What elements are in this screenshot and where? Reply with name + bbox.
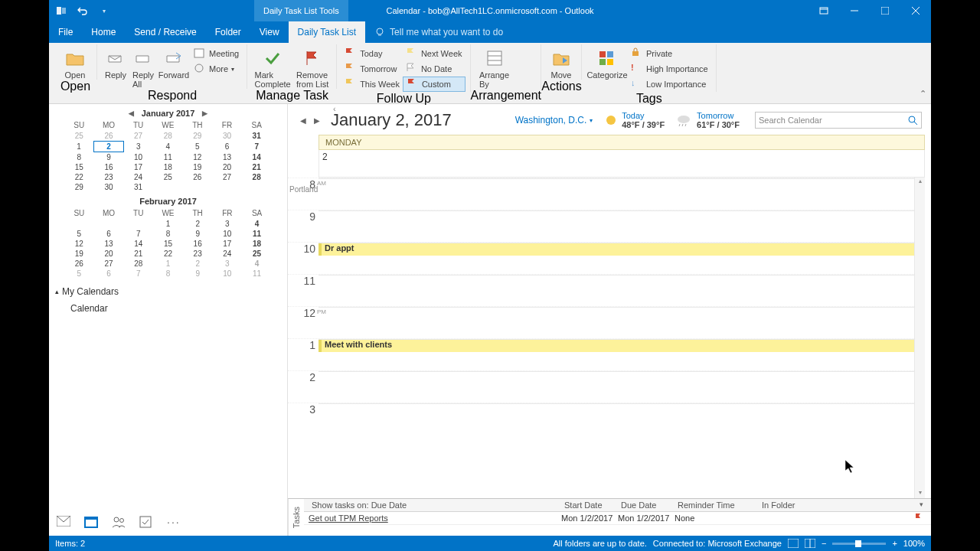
- reply-button[interactable]: Reply: [102, 44, 129, 89]
- forward-icon: [163, 47, 185, 69]
- tab-view[interactable]: View: [250, 21, 289, 43]
- arrange-icon: [484, 47, 505, 69]
- forward-button[interactable]: Forward: [157, 44, 191, 89]
- prev-month-icon[interactable]: ◀: [126, 109, 137, 117]
- zoom-in-icon[interactable]: +: [892, 539, 897, 548]
- flag-today-button[interactable]: Today: [341, 46, 403, 61]
- tell-me-input[interactable]: Tell me what you want to do: [365, 21, 512, 43]
- close-button[interactable]: [900, 0, 931, 21]
- exclamation-icon: !: [631, 63, 643, 75]
- more-nav-icon[interactable]: ···: [167, 516, 181, 530]
- more-button[interactable]: More▾: [191, 61, 242, 77]
- weather-today-icon: [600, 112, 617, 128]
- window-title: Calendar - bob@AllTech1LC.onmicrosoft.co…: [386, 6, 593, 15]
- checkmark-icon: [262, 47, 283, 69]
- weather-location[interactable]: Washington, D.C.▾: [515, 115, 593, 126]
- tab-home[interactable]: Home: [82, 21, 125, 43]
- flag-remove-icon: [302, 47, 323, 69]
- qat-customize-icon[interactable]: ▾: [98, 5, 110, 17]
- reply-icon: [105, 47, 126, 69]
- task-row[interactable]: Get out TPM Reports Mon 1/2/2017 Mon 1/2…: [304, 512, 931, 525]
- remove-from-list-button[interactable]: Remove from List: [293, 44, 332, 89]
- task-flag-icon[interactable]: [914, 514, 926, 523]
- next-month-icon[interactable]: ▶: [199, 109, 211, 117]
- meeting-button[interactable]: Meeting: [191, 46, 242, 61]
- task-col-due[interactable]: Due Date: [618, 500, 675, 510]
- move-folder-icon: [550, 47, 572, 69]
- tab-folder[interactable]: Folder: [206, 21, 250, 43]
- all-day-slot[interactable]: 2: [318, 150, 925, 178]
- svg-line-28: [679, 124, 680, 126]
- flag-nodate-button[interactable]: No Date: [403, 61, 466, 77]
- flag-thisweek-button[interactable]: This Week: [341, 77, 403, 92]
- view-normal-icon[interactable]: [788, 539, 799, 548]
- undo-icon[interactable]: [77, 5, 89, 17]
- search-calendar-input[interactable]: Search Calendar: [755, 112, 922, 129]
- svg-rect-15: [599, 51, 606, 57]
- status-items: Items: 2: [55, 539, 85, 548]
- mail-nav-icon[interactable]: [57, 516, 70, 530]
- mini-cal-month: February 2017: [139, 197, 197, 206]
- flag-icon: [345, 63, 357, 75]
- day-header: MONDAY: [318, 135, 925, 150]
- collapse-ribbon-icon[interactable]: ⌃: [920, 89, 926, 99]
- reply-all-icon: [132, 47, 154, 69]
- tab-dailytasklist[interactable]: Daily Task List: [289, 21, 365, 43]
- zoom-level: 100%: [903, 539, 925, 548]
- svg-rect-18: [607, 59, 613, 65]
- calendar-item[interactable]: Calendar: [55, 300, 281, 317]
- ribbon-display-icon[interactable]: [808, 0, 839, 21]
- search-icon: [907, 115, 918, 126]
- people-nav-icon[interactable]: [112, 516, 126, 530]
- arrange-by-button[interactable]: Arrange By: [475, 44, 514, 89]
- tasks-nav-icon[interactable]: [139, 516, 153, 530]
- flag-icon: [406, 47, 418, 60]
- appointment[interactable]: Meet with clients: [318, 340, 917, 352]
- task-col-reminder[interactable]: Reminder Time: [675, 500, 759, 510]
- flag-nextweek-button[interactable]: Next Week: [403, 46, 466, 61]
- mini-cal-month: January 2017: [142, 109, 195, 118]
- tab-file[interactable]: File: [49, 21, 82, 43]
- prev-day-icon[interactable]: ◀: [297, 115, 309, 126]
- tasks-dropdown-icon[interactable]: ▾: [920, 500, 926, 510]
- task-col-folder[interactable]: In Folder: [759, 500, 835, 510]
- minimize-button[interactable]: [839, 0, 870, 21]
- svg-point-31: [909, 116, 915, 122]
- task-col-start[interactable]: Start Date: [561, 500, 618, 510]
- mini-calendar-feb[interactable]: SUMOTUWETHFRSA 1234 567891011 1213141516…: [64, 207, 272, 279]
- high-importance-button[interactable]: !High Importance: [628, 61, 711, 77]
- appointment[interactable]: Dr appt: [318, 243, 917, 256]
- next-day-icon[interactable]: ▶: [311, 115, 323, 126]
- weather-tomorrow-icon: [675, 112, 692, 128]
- outlook-icon: [55, 5, 67, 17]
- svg-rect-5: [881, 7, 889, 15]
- maximize-button[interactable]: [870, 0, 900, 21]
- scroll-down-icon[interactable]: ▾: [915, 489, 925, 498]
- mini-calendar-jan[interactable]: SUMOTUWETHFRSA 25262728293031 1234567 89…: [64, 119, 272, 192]
- group-label-open: Open: [54, 80, 97, 93]
- zoom-slider[interactable]: [832, 543, 886, 545]
- context-tab: Daily Task List Tools: [254, 0, 348, 21]
- low-importance-button[interactable]: ↓Low Importance: [628, 77, 711, 92]
- move-button[interactable]: Move: [546, 44, 577, 80]
- reply-all-button[interactable]: Reply All: [129, 44, 157, 89]
- calendar-scrollbar[interactable]: ▴ ▾: [914, 178, 925, 498]
- view-reading-icon[interactable]: [805, 539, 815, 548]
- categorize-icon: [596, 47, 618, 69]
- status-sync: All folders are up to date.: [554, 539, 647, 548]
- zoom-out-icon[interactable]: −: [822, 539, 826, 548]
- flag-custom-button[interactable]: Custom: [403, 77, 466, 92]
- scroll-up-icon[interactable]: ▴: [915, 178, 925, 187]
- flag-tomorrow-button[interactable]: Tomorrow: [341, 61, 403, 77]
- task-header-show[interactable]: Show tasks on: Due Date: [309, 500, 561, 510]
- open-button[interactable]: Open: [58, 44, 92, 80]
- calendar-nav-icon[interactable]: [84, 516, 98, 530]
- svg-point-11: [195, 64, 203, 72]
- categorize-button[interactable]: Categorize: [586, 44, 628, 92]
- arrow-down-icon: ↓: [631, 78, 643, 90]
- my-calendars-header[interactable]: ▴My Calendars: [55, 286, 281, 297]
- private-button[interactable]: Private: [628, 46, 711, 61]
- calendar-view: ◀ ▶ January 2, 2017 Washington, D.C.▾ To…: [288, 104, 931, 536]
- mark-complete-button[interactable]: Mark Complete: [252, 44, 293, 89]
- tab-sendreceive[interactable]: Send / Receive: [125, 21, 205, 43]
